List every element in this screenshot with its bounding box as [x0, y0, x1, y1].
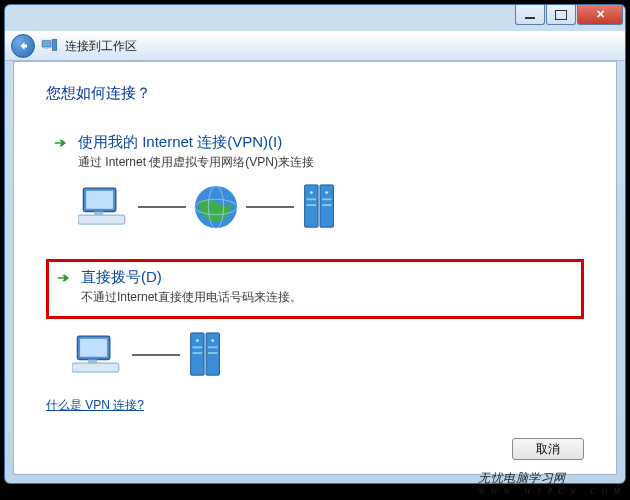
svg-rect-2 — [52, 39, 57, 50]
arrow-right-icon — [52, 135, 68, 151]
close-button[interactable]: ✕ — [577, 5, 623, 25]
globe-icon — [192, 183, 240, 231]
server-icon — [186, 331, 226, 379]
workplace-icon — [41, 37, 59, 55]
option-title: 直接拨号(D) — [81, 268, 162, 287]
help-link-vpn[interactable]: 什么是 VPN 连接? — [46, 397, 584, 414]
cancel-button[interactable]: 取消 — [512, 438, 584, 460]
option-vpn[interactable]: 使用我的 Internet 连接(VPN)(I) 通过 Internet 使用虚… — [46, 127, 584, 251]
svg-rect-1 — [44, 47, 49, 49]
arrow-right-icon — [55, 270, 71, 286]
svg-rect-0 — [42, 40, 51, 47]
svg-point-12 — [310, 191, 313, 194]
svg-rect-27 — [208, 346, 218, 348]
back-arrow-icon — [17, 40, 29, 52]
computer-icon — [78, 184, 132, 230]
svg-rect-29 — [208, 352, 218, 354]
connection-line-icon — [132, 354, 180, 356]
maximize-button[interactable] — [546, 5, 576, 25]
svg-rect-17 — [322, 204, 332, 206]
svg-rect-28 — [193, 352, 203, 354]
option-desc: 通过 Internet 使用虚拟专用网络(VPN)来连接 — [78, 154, 578, 171]
svg-rect-20 — [72, 363, 119, 372]
svg-rect-15 — [322, 198, 332, 200]
svg-point-24 — [196, 339, 199, 342]
svg-point-13 — [325, 191, 328, 194]
watermark-url: W W W . W Y P C W . C O M — [478, 487, 622, 496]
navbar: 连接到工作区 — [5, 31, 625, 61]
connection-line-icon — [138, 206, 186, 208]
content-pane: 您想如何连接？ 使用我的 Internet 连接(VPN)(I) 通过 Inte… — [13, 61, 617, 475]
nav-title: 连接到工作区 — [65, 38, 137, 55]
wizard-window: ✕ 连接到工作区 您想如何连接？ 使用我的 Internet 连接(VPN)(I… — [4, 4, 626, 484]
page-heading: 您想如何连接？ — [46, 84, 584, 103]
svg-point-25 — [211, 339, 214, 342]
option-desc: 不通过Internet直接使用电话号码来连接。 — [81, 289, 575, 306]
svg-rect-26 — [193, 346, 203, 348]
titlebar: ✕ — [5, 5, 625, 31]
svg-rect-6 — [94, 212, 103, 216]
svg-rect-14 — [307, 198, 317, 200]
option-title: 使用我的 Internet 连接(VPN)(I) — [78, 133, 282, 152]
svg-rect-16 — [307, 204, 317, 206]
server-icon — [300, 183, 340, 231]
option-dial-direct[interactable]: 直接拨号(D) 不通过Internet直接使用电话号码来连接。 — [46, 259, 584, 319]
computer-icon — [72, 332, 126, 378]
svg-rect-19 — [80, 339, 107, 357]
footer: 取消 — [46, 428, 584, 460]
minimize-button[interactable] — [515, 5, 545, 25]
back-button[interactable] — [11, 34, 35, 58]
illustration-vpn — [78, 183, 578, 231]
illustration-dial — [72, 331, 584, 379]
connection-line-icon — [246, 206, 294, 208]
svg-rect-5 — [78, 215, 125, 224]
svg-rect-21 — [88, 360, 97, 364]
svg-rect-4 — [86, 191, 113, 209]
